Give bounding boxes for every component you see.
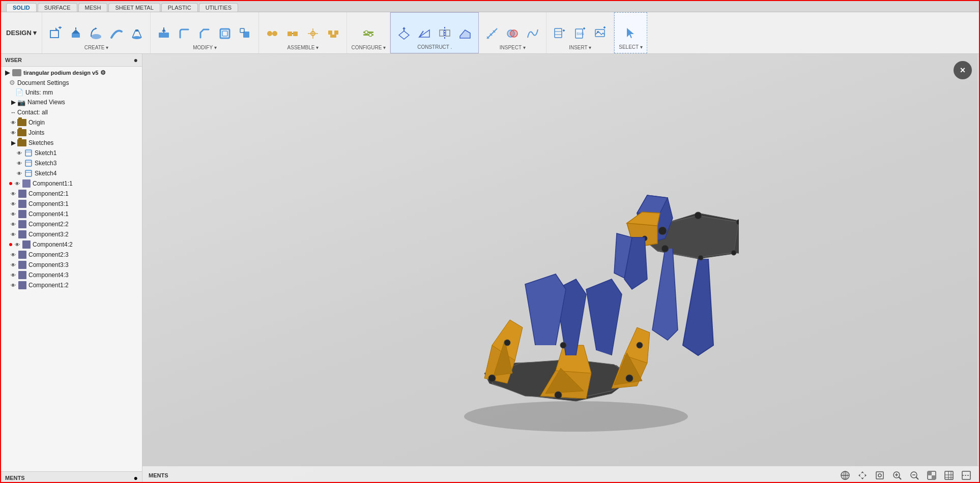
inspect-label[interactable]: INSPECT ▾ <box>500 45 526 50</box>
fit-to-screen-tool[interactable] <box>873 469 886 482</box>
eye-c4-3[interactable]: 👁 <box>9 271 17 279</box>
sidebar-item-sketch1[interactable]: 👁 Sketch1 <box>1 148 142 158</box>
sidebar-item-sketch4[interactable]: 👁 Sketch4 <box>1 168 142 178</box>
interference-button[interactable] <box>503 24 522 43</box>
joint-button[interactable] <box>263 24 281 43</box>
press-pull-button[interactable] <box>155 24 173 43</box>
sidebar-item-sketches[interactable]: ▶ Sketches <box>1 138 142 148</box>
svg-point-100 <box>555 391 562 399</box>
sidebar-item-component4-1[interactable]: 👁 Component4:1 <box>1 209 142 219</box>
close-button[interactable]: × <box>954 61 972 79</box>
sidebar-item-component1-2[interactable]: 👁 Component1:2 <box>1 280 142 290</box>
eye-c2-3[interactable]: 👁 <box>9 251 17 259</box>
configure-label[interactable]: CONFIGURE ▾ <box>351 45 386 50</box>
sidebar-item-origin[interactable]: 👁 Origin <box>1 117 142 128</box>
tab-sheet-metal[interactable]: SHEET METAL <box>108 3 160 12</box>
sidebar-item-component4-2[interactable]: 👁 Component4:2 <box>1 239 142 250</box>
svg-point-103 <box>560 342 566 348</box>
shell-button[interactable] <box>216 24 234 43</box>
sidebar-bottom-label: MENTS <box>5 475 25 481</box>
component-box-c4-1 <box>18 210 26 218</box>
offset-plane-button[interactable] <box>395 24 413 42</box>
eye-c1-1[interactable]: 👁 <box>13 179 21 188</box>
construct-label[interactable]: CONSTRUCT . <box>417 44 452 50</box>
extrude-button[interactable] <box>67 24 85 43</box>
eye-sketch4[interactable]: 👁 <box>15 169 23 177</box>
pan-tool[interactable] <box>856 469 869 482</box>
display-mode-tool[interactable] <box>925 469 938 482</box>
sidebar-bottom-close[interactable]: ● <box>134 474 138 482</box>
eye-c3-2[interactable]: 👁 <box>9 230 17 238</box>
orbit-tool[interactable] <box>839 469 852 482</box>
sidebar-item-component2-2[interactable]: 👁 Component2:2 <box>1 219 142 229</box>
select-button[interactable] <box>622 24 640 42</box>
sidebar-item-component1-1[interactable]: 👁 Component1:1 <box>1 178 142 189</box>
midplane-button[interactable] <box>436 24 454 42</box>
plane-angle-button[interactable] <box>415 24 434 42</box>
tab-plastic[interactable]: PLASTIC <box>161 3 198 12</box>
rigid-group-button[interactable] <box>324 24 342 43</box>
sidebar-item-component3-1[interactable]: 👁 Component3:1 <box>1 199 142 209</box>
svg-point-32 <box>365 31 368 34</box>
zoom-in-tool[interactable] <box>890 469 904 482</box>
grid-tool[interactable] <box>942 469 956 482</box>
new-component-button[interactable] <box>46 24 65 43</box>
sweep-button[interactable] <box>107 24 126 43</box>
select-label[interactable]: SELECT ▾ <box>619 44 643 50</box>
units-label: Units: mm <box>25 89 53 96</box>
eye-c4-2[interactable]: 👁 <box>13 240 21 249</box>
plane-through-button[interactable] <box>456 24 474 42</box>
eye-c2-1[interactable]: 👁 <box>9 190 17 198</box>
measure-button[interactable] <box>483 24 501 43</box>
eye-c2-2[interactable]: 👁 <box>9 220 17 228</box>
as-built-joint-button[interactable] <box>283 24 302 43</box>
sidebar-item-contact[interactable]: ↔ Contact: all <box>1 107 142 117</box>
tab-mesh[interactable]: MESH <box>78 3 108 12</box>
scale-button[interactable] <box>236 24 254 43</box>
sidebar-item-component3-3[interactable]: 👁 Component3:3 <box>1 260 142 270</box>
insert-svg-button[interactable]: SVG <box>571 24 589 43</box>
svg-rect-41 <box>446 30 450 36</box>
sidebar-item-component2-3[interactable]: 👁 Component2:3 <box>1 250 142 260</box>
sidebar-item-units[interactable]: 📄 Units: mm <box>1 87 142 97</box>
modify-label[interactable]: MODIFY ▾ <box>193 45 216 50</box>
create-label[interactable]: CREATE ▾ <box>84 45 109 50</box>
design-dropdown[interactable]: DESIGN ▾ <box>1 12 42 53</box>
curvature-button[interactable] <box>524 24 542 43</box>
section-view-tool[interactable] <box>960 469 973 482</box>
sidebar-item-component4-3[interactable]: 👁 Component4:3 <box>1 270 142 280</box>
sidebar-close-icon[interactable]: ● <box>134 56 138 64</box>
eye-c1-2[interactable]: 👁 <box>9 281 17 289</box>
fillet-button[interactable] <box>175 24 193 43</box>
configure-button[interactable] <box>359 24 378 43</box>
insert-image-button[interactable] <box>591 24 610 43</box>
eye-c3-1[interactable]: 👁 <box>9 200 17 208</box>
sidebar-item-component2-1[interactable]: 👁 Component2:1 <box>1 189 142 199</box>
joint-origin-button[interactable] <box>304 24 322 43</box>
eye-c4-1[interactable]: 👁 <box>9 210 17 218</box>
assemble-label[interactable]: ASSEMBLE ▾ <box>287 45 319 50</box>
design-label[interactable]: DESIGN ▾ <box>6 29 37 37</box>
sidebar-item-joints[interactable]: 👁 Joints <box>1 128 142 138</box>
sidebar-item-component3-2[interactable]: 👁 Component3:2 <box>1 229 142 239</box>
sidebar-item-sketch3[interactable]: 👁 Sketch3 <box>1 158 142 168</box>
tab-surface[interactable]: SURFACE <box>38 3 77 12</box>
viewport[interactable]: × MENTS <box>142 54 979 483</box>
revolve-button[interactable] <box>87 24 105 43</box>
eye-c3-3[interactable]: 👁 <box>9 261 17 269</box>
sidebar-item-doc-settings[interactable]: ⚙ Document Settings <box>1 78 142 87</box>
zoom-out-tool[interactable] <box>908 469 921 482</box>
insert-label[interactable]: INSERT ▾ <box>569 45 591 50</box>
tab-solid[interactable]: SOLID <box>6 3 37 12</box>
chamfer-button[interactable] <box>195 24 214 43</box>
svg-rect-29 <box>330 35 336 38</box>
svg-marker-92 <box>627 212 660 226</box>
tab-utilities[interactable]: UTILITIES <box>199 3 238 12</box>
sidebar-item-named-views[interactable]: ▶ 📷 Named Views <box>1 97 142 107</box>
eye-sketch1[interactable]: 👁 <box>15 149 23 157</box>
doc-settings-icon[interactable]: ⚙ <box>100 69 106 76</box>
loft-button[interactable] <box>128 24 146 43</box>
insert-mesh-button[interactable] <box>551 24 569 43</box>
eye-sketch3[interactable]: 👁 <box>15 159 23 167</box>
document-root[interactable]: ▶ tirangular podium design v5 ⚙ <box>1 68 142 78</box>
